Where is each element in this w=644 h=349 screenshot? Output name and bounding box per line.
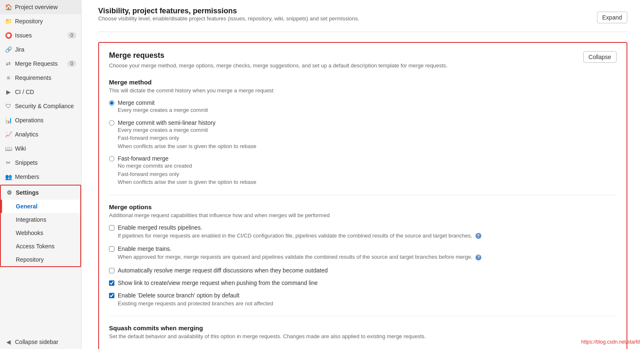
- auto-resolve-label[interactable]: Automatically resolve merge request diff…: [118, 267, 328, 274]
- merge-options-title: Merge options: [109, 203, 617, 210]
- sidebar-item-jira[interactable]: 🔗 Jira: [0, 42, 81, 57]
- delete-source-checkbox[interactable]: [109, 293, 114, 298]
- checkbox-merged-results: Enable merged results pipelines. If pipe…: [109, 224, 617, 240]
- delete-source-label[interactable]: Enable 'Delete source branch' option by …: [118, 292, 240, 299]
- merge-commit-label[interactable]: Merge commit: [118, 99, 155, 106]
- checkbox-show-link: Show link to create/view merge request w…: [109, 280, 617, 286]
- squash-section: Squash commits when merging Set the defa…: [109, 324, 617, 339]
- merge-method-description: This will dictate the commit history whe…: [109, 87, 617, 94]
- sidebar-item-security-compliance[interactable]: 🛡 Security & Compliance: [0, 99, 81, 113]
- delete-source-content: Enable 'Delete source branch' option by …: [118, 292, 273, 308]
- issues-badge: 0: [67, 32, 76, 39]
- visibility-header: Visibility, project features, permission…: [98, 0, 627, 32]
- checkbox-auto-resolve: Automatically resolve merge request diff…: [109, 267, 617, 274]
- sidebar-item-label: Members: [15, 173, 39, 180]
- sidebar-item-issues[interactable]: ⭕ Issues 0: [0, 28, 81, 42]
- sidebar-item-members[interactable]: 👥 Members: [0, 170, 81, 184]
- merge-method-title: Merge method: [109, 79, 617, 86]
- merge-trains-checkbox[interactable]: [109, 246, 114, 252]
- merge-trains-content: Enable merge trains. When approved for m…: [118, 245, 481, 261]
- sidebar-item-label: Wiki: [15, 145, 26, 152]
- show-link-label[interactable]: Show link to create/view merge request w…: [118, 280, 318, 286]
- sidebar-item-label: Project overview: [15, 4, 58, 10]
- merge-trains-desc-text: When approved for merge, merge requests …: [118, 254, 473, 260]
- analytics-icon: 📈: [5, 131, 12, 138]
- sidebar-item-ci-cd[interactable]: ▶ CI / CD: [0, 85, 81, 99]
- merge-requests-title-area: Merge requests Choose your merge method,…: [109, 51, 448, 75]
- auto-resolve-checkbox[interactable]: [109, 268, 114, 273]
- collapse-sidebar[interactable]: ◀ Collapse sidebar: [0, 335, 81, 349]
- sidebar-sub-item-integrations[interactable]: Integrations: [1, 213, 80, 226]
- fast-forward-label[interactable]: Fast-forward merge: [118, 155, 168, 162]
- wiki-icon: 📖: [5, 145, 12, 152]
- show-link-content: Show link to create/view merge request w…: [118, 280, 318, 286]
- collapse-button[interactable]: Collapse: [583, 51, 617, 63]
- merge-trains-help-icon[interactable]: ?: [476, 255, 481, 260]
- semi-linear-desc-1: Fast-forward merges only: [118, 134, 256, 142]
- merge-method-section: Merge method This will dictate the commi…: [109, 79, 617, 186]
- sidebar-item-operations[interactable]: 📊 Operations: [0, 113, 81, 127]
- radio-option-fast-forward: Fast-forward merge No merge commits are …: [109, 155, 617, 186]
- visibility-title: Visibility, project features, permission…: [98, 7, 359, 15]
- sidebar-item-merge-requests[interactable]: ⇄ Merge Requests 0: [0, 57, 81, 71]
- sidebar-item-wiki[interactable]: 📖 Wiki: [0, 141, 81, 156]
- sidebar-sub-item-general[interactable]: General: [1, 200, 80, 213]
- sidebar-item-label: Operations: [15, 117, 43, 124]
- merged-results-label[interactable]: Enable merged results pipelines.: [118, 224, 202, 231]
- sidebar-item-label: Jira: [15, 46, 25, 53]
- sidebar-item-label: Analytics: [15, 131, 38, 138]
- checkbox-delete-source: Enable 'Delete source branch' option by …: [109, 292, 617, 308]
- fast-forward-radio[interactable]: [109, 156, 114, 161]
- sidebar-item-repository[interactable]: 📁 Repository: [0, 14, 81, 28]
- project-overview-icon: 🏠: [5, 4, 12, 10]
- main-content: Visibility, project features, permission…: [82, 0, 644, 349]
- sidebar-item-settings[interactable]: ⚙ Settings: [1, 186, 80, 200]
- semi-linear-radio[interactable]: [109, 120, 114, 126]
- settings-group: ⚙ Settings General Integrations Webhooks…: [0, 185, 81, 267]
- squash-title: Squash commits when merging: [109, 324, 617, 332]
- merged-results-desc-text: If pipelines for merge requests are enab…: [118, 233, 472, 239]
- merge-trains-label-text: Enable merge trains.: [118, 245, 171, 252]
- ci-cd-icon: ▶: [5, 89, 12, 95]
- sidebar-sub-item-access-tokens[interactable]: Access Tokens: [1, 240, 80, 253]
- members-icon: 👥: [5, 173, 12, 180]
- semi-linear-content: Merge commit with semi-linear history Ev…: [118, 119, 256, 151]
- auto-resolve-content: Automatically resolve merge request diff…: [118, 267, 328, 274]
- merge-commit-radio[interactable]: [109, 100, 114, 106]
- sidebar-item-snippets[interactable]: ✂ Snippets: [0, 156, 81, 170]
- sidebar-item-label: Collapse sidebar: [15, 339, 58, 345]
- show-link-checkbox[interactable]: [109, 280, 114, 286]
- sidebar-item-requirements[interactable]: ≡ Requirements: [0, 71, 81, 85]
- sidebar-item-label: Repository: [15, 18, 43, 25]
- squash-desc: Set the default behavior and availabilit…: [109, 333, 617, 339]
- sidebar-item-analytics[interactable]: 📈 Analytics: [0, 127, 81, 141]
- expand-button[interactable]: Expand: [597, 12, 627, 23]
- sidebar-sub-item-repository[interactable]: Repository: [1, 253, 80, 266]
- merged-results-help-icon[interactable]: ?: [476, 233, 481, 239]
- sidebar: 🏠 Project overview 📁 Repository ⭕ Issues…: [0, 0, 82, 349]
- operations-icon: 📊: [5, 117, 12, 124]
- fast-forward-content: Fast-forward merge No merge commits are …: [118, 155, 256, 186]
- merge-requests-icon: ⇄: [5, 60, 12, 67]
- merged-results-content: Enable merged results pipelines. If pipe…: [118, 224, 481, 240]
- divider-1: [109, 195, 617, 195]
- sidebar-sub-item-webhooks[interactable]: Webhooks: [1, 226, 80, 240]
- settings-icon: ⚙: [6, 189, 12, 196]
- merged-results-label-text: Enable merged results pipelines.: [118, 224, 202, 231]
- sidebar-item-label: Snippets: [15, 159, 37, 166]
- semi-linear-label[interactable]: Merge commit with semi-linear history: [118, 119, 215, 126]
- merged-results-checkbox[interactable]: [109, 225, 114, 230]
- sub-item-label: General: [16, 203, 37, 210]
- merge-commit-desc-0: Every merge creates a merge commit: [118, 106, 208, 114]
- sidebar-item-project-overview[interactable]: 🏠 Project overview: [0, 0, 81, 14]
- merge-requests-badge: 0: [67, 60, 76, 67]
- merge-trains-label[interactable]: Enable merge trains.: [118, 245, 171, 252]
- merge-trains-desc: When approved for merge, merge requests …: [118, 253, 481, 261]
- fast-forward-desc-1: Fast-forward merges only: [118, 170, 256, 178]
- watermark-link[interactable]: https://blog.csdn.net/starfd: [581, 339, 640, 345]
- fast-forward-desc-0: No merge commits are created: [118, 162, 256, 170]
- sidebar-item-label: Security & Compliance: [15, 103, 74, 109]
- merge-requests-section: Merge requests Choose your merge method,…: [98, 42, 627, 349]
- repository-icon: 📁: [5, 18, 12, 25]
- merge-options-description: Additional merge request capabilities th…: [109, 212, 617, 218]
